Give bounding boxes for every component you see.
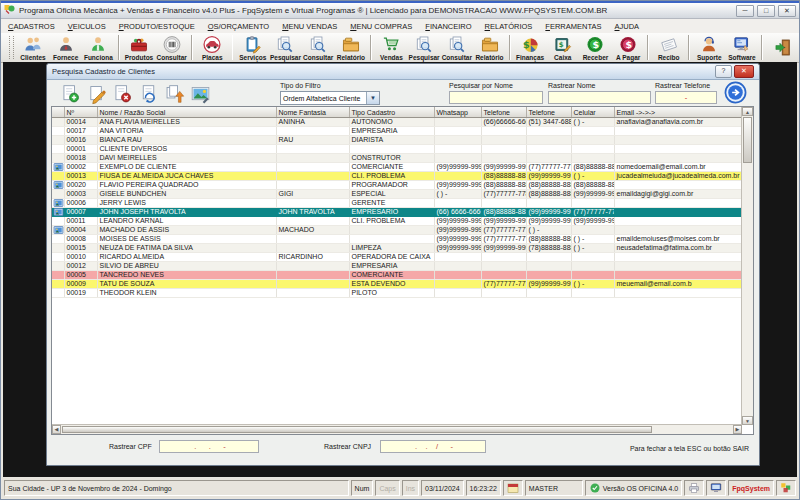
software-icon [731, 35, 753, 54]
delete-record-button[interactable] [112, 83, 133, 105]
printer-icon[interactable] [684, 480, 704, 496]
search-go-button[interactable] [724, 81, 747, 104]
scroll-down-button[interactable]: ▼ [742, 416, 753, 425]
scroll-up-button[interactable]: ▲ [742, 107, 753, 116]
toolbar-button-software[interactable]: Software [726, 33, 759, 62]
horizontal-scrollbar[interactable]: ◀ ▶ [52, 424, 742, 434]
table-row-00008[interactable]: 00008MOISES DE ASSIS(99)99999-9999(77)77… [52, 235, 741, 244]
menu-item-relat-rios[interactable]: RELATÓRIOS [485, 22, 533, 31]
cell-email [614, 145, 741, 154]
toolbar-button-fornece[interactable]: Fornece [49, 33, 82, 62]
toolbar-button-relat-rio[interactable]: Relatório [473, 33, 506, 62]
table-row-00006[interactable]: 00006JERRY LEWISGERENTE [52, 199, 741, 208]
sales-cart-icon [380, 35, 402, 54]
toolbar-button-placas[interactable]: Placas [196, 33, 229, 62]
menu-item-veiculos[interactable]: VEICULOS [68, 22, 106, 31]
toolbar-button-consultar[interactable]: Consultar [440, 33, 473, 62]
minimize-button[interactable]: ─ [736, 5, 754, 17]
toolbar-button-exit-door[interactable] [766, 33, 799, 62]
export-records-button[interactable] [164, 83, 185, 105]
close-button[interactable]: ✕ [778, 5, 796, 17]
menu-item-menu-vendas[interactable]: MENU VENDAS [282, 22, 337, 31]
scroll-left-button[interactable]: ◀ [52, 425, 61, 434]
table-row-00010[interactable]: 00010RICARDO ALMEIDARICARDINHOOPERADORA … [52, 253, 741, 262]
table-row-00009[interactable]: 00009TATU DE SOUZAESTA DEVENDO(77)77777-… [52, 280, 741, 289]
menu-item-produto-estoque[interactable]: PRODUTO/ESTOQUE [119, 22, 195, 31]
search-name-input[interactable] [449, 91, 543, 104]
edit-record-button[interactable] [86, 83, 107, 105]
table-row-00020[interactable]: 00020FLAVIO PEREIRA QUADRADOPROGRAMADOR(… [52, 181, 741, 190]
track-phone-input[interactable] [655, 91, 717, 104]
toolbar-button-produtos[interactable]: Produtos [123, 33, 156, 62]
column-header-sel[interactable] [52, 107, 64, 118]
dialog-close-button[interactable]: ✕ [734, 65, 754, 78]
column-header-email[interactable]: Email ->->-> [614, 107, 741, 118]
cell-tipo: COMERCIANTE [349, 271, 434, 280]
filter-dropdown[interactable]: Ordem Alfabetica Cliente ▼ [280, 91, 380, 105]
toolbar-button-pesquisar[interactable]: Pesquisar [408, 33, 441, 62]
track-cnpj-input[interactable] [380, 440, 486, 453]
column-header-num[interactable]: Nº [64, 107, 97, 118]
track-cpf-input[interactable] [159, 440, 259, 453]
table-row-00012[interactable]: 00012SILVIO DE ABREUEMPRESARIA [52, 262, 741, 271]
table-row-00015[interactable]: 00015NEUZA DE FATIMA DA SILVALIMPEZA(99)… [52, 244, 741, 253]
table-row-00007[interactable]: 00007JOHN JOSEPH TRAVOLTAJOHN TRAVOLTAEM… [52, 208, 741, 217]
table-row-00002[interactable]: 00002EXEMPLO DE CLIENTECOMERCIANTE(99)99… [52, 163, 741, 172]
scroll-right-button[interactable]: ▶ [733, 425, 742, 434]
toolbar-button-receber[interactable]: $Receber [579, 33, 612, 62]
add-record-button[interactable] [60, 83, 81, 105]
menu-item-os-or-amento[interactable]: OS/ORÇAMENTO [208, 22, 270, 31]
horizontal-scroll-thumb[interactable] [62, 426, 652, 433]
cell-fantasia [276, 235, 349, 244]
toolbar-button-clientes[interactable]: Clientes [17, 33, 50, 62]
column-header-tipo[interactable]: Tipo Cadastro [349, 107, 434, 118]
toolbar-button-consultar[interactable]: Consultar [302, 33, 335, 62]
table-row-00019[interactable]: 00019THEODOR KLEINPILOTO [52, 289, 741, 298]
toolbar-button-consultar[interactable]: Consultar [155, 33, 188, 62]
table-row-00013[interactable]: 00013FIUSA DE ALMEIDA JUCA CHAVESCLI. PR… [52, 172, 741, 181]
track-name-input[interactable] [548, 91, 651, 104]
toolbar-button-vendas[interactable]: Vendas [375, 33, 408, 62]
refresh-list-button[interactable] [138, 83, 159, 105]
menu-item-ajuda[interactable]: AJUDA [615, 22, 640, 31]
dialog-help-button[interactable]: ? [715, 65, 732, 78]
column-header-whatsapp[interactable]: Whatsapp [434, 107, 481, 118]
table-row-00011[interactable]: 00011LEANDRO KARNALCLI. PROBLEMA(99)9999… [52, 217, 741, 226]
cell-cel: ( ) - [571, 235, 614, 244]
column-header-tel1[interactable]: Telefone [481, 107, 526, 118]
table-row-00018[interactable]: 00018DAVI MEIRELLESCONSTRUTOR [52, 154, 741, 163]
column-header-fantasia[interactable]: Nome Fantasia [276, 107, 349, 118]
menu-item-financeiro[interactable]: FINANCEIRO [425, 22, 471, 31]
restore-button[interactable]: □ [757, 5, 775, 17]
toolbar-button-pesquisar[interactable]: Pesquisar [269, 33, 302, 62]
column-header-tel2[interactable]: Telefone [526, 107, 571, 118]
table-row-00014[interactable]: 00014ANA FLAVIA MEIRELLESANINHAAUTONOMO(… [52, 118, 741, 127]
table-row-00003[interactable]: 00003GISELE BUNDCHENGIGIESPECIAL( ) -(77… [52, 190, 741, 199]
toolbar-button-finan-as[interactable]: $Finanças [514, 33, 547, 62]
menu-item-ferramentas[interactable]: FERRAMENTAS [545, 22, 601, 31]
toolbar-button-servi-os[interactable]: Serviços [236, 33, 269, 62]
vertical-scrollbar[interactable]: ▲ ▼ [741, 107, 753, 425]
cell-cel: ( ) - [571, 244, 614, 253]
cell-tipo [349, 235, 434, 244]
menu-item-cadastros[interactable]: CADASTROS [8, 22, 55, 31]
table-row-00016[interactable]: 00016BIANCA RAURAUDIARISTA [52, 136, 741, 145]
toolbar-button-a-pagar[interactable]: $A Pagar [612, 33, 645, 62]
vertical-scroll-thumb[interactable] [743, 117, 752, 163]
table-row-00005[interactable]: 00005TANCREDO NEVESCOMERCIANTE [52, 271, 741, 280]
chevron-down-icon[interactable]: ▼ [366, 92, 379, 104]
toolbar-button-relat-rio[interactable]: Relatório [335, 33, 368, 62]
monitor-icon[interactable] [706, 480, 726, 496]
toolbar-button-funciona[interactable]: Funciona [82, 33, 115, 62]
toolbar-button-recibo[interactable]: Recibo [652, 33, 685, 62]
photos-button[interactable] [190, 83, 211, 105]
table-row-00001[interactable]: 00001CLIENTE DIVERSOS [52, 145, 741, 154]
menu-item-menu-compras[interactable]: MENU COMPRAS [350, 22, 412, 31]
table-row-00004[interactable]: 00004MACHADO DE ASSISMACHADO(99)99999-99… [52, 226, 741, 235]
table-row-00017[interactable]: 00017ANA VITORIAEMPRESARIA [52, 127, 741, 136]
toolbar-button-suporte[interactable]: Suporte [693, 33, 726, 62]
toolbar-button-caixa[interactable]: $Caixa [546, 33, 579, 62]
column-header-nome[interactable]: Nome / Razão Social [97, 107, 276, 118]
toolbar-button-label: Recibo [658, 54, 680, 61]
column-header-cel[interactable]: Celular [571, 107, 614, 118]
